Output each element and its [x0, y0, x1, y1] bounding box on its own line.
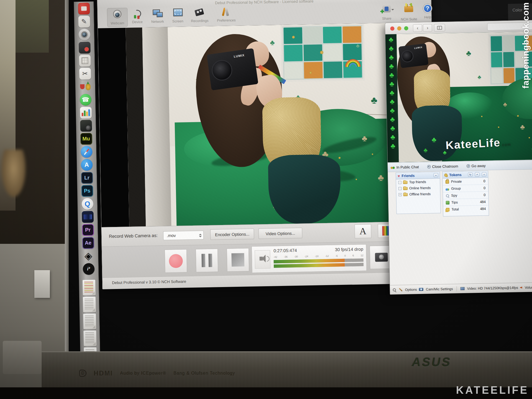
webcam-app-icon[interactable] [78, 29, 90, 41]
help-button[interactable]: ? Help [421, 2, 434, 21]
hdmi-logo: HDMI [94, 369, 113, 377]
tab-webcam[interactable]: Webcam [107, 8, 128, 27]
monitor-stand-area [0, 387, 532, 399]
document-icon[interactable] [83, 296, 96, 312]
gold-confetti [529, 137, 530, 139]
khaki-shamrock-icon [362, 134, 367, 142]
tab-screen[interactable]: Screen [169, 7, 186, 26]
transport-bar: 0:27:05:474 30 fps/14 drop -42-36-30-24-… [102, 241, 437, 278]
lightroom-icon[interactable]: Lr [81, 172, 93, 184]
stop-button[interactable] [227, 248, 249, 272]
mute-button[interactable] [255, 250, 270, 269]
whatsapp-icon[interactable]: ☎ [80, 94, 91, 106]
i3-app-icon[interactable]: i³ [83, 263, 94, 275]
after-effects-icon[interactable]: Ae [82, 237, 94, 249]
group-icon [446, 187, 449, 190]
folder-icon [403, 193, 408, 196]
encoder-options-button[interactable]: Encoder Options... [210, 229, 254, 240]
pause-button[interactable] [196, 249, 218, 272]
quicktime-icon[interactable]: Q [81, 198, 93, 210]
red-camera-app-icon[interactable] [78, 3, 90, 15]
close-chatroom-button[interactable]: Close Chatroom [427, 164, 458, 169]
video-editor-icon[interactable] [80, 120, 92, 132]
search-icon[interactable]: ⌕ [475, 172, 479, 177]
tree-toggle-icon[interactable]: + [398, 193, 401, 196]
tiki-app-icon[interactable] [79, 81, 91, 93]
back-button[interactable]: ‹ [413, 24, 422, 32]
app-store-icon[interactable]: A [81, 159, 93, 171]
calculator-icon[interactable] [79, 55, 91, 67]
format-select[interactable]: .mov [163, 231, 204, 240]
unity-icon[interactable]: ◈ [82, 250, 94, 262]
token-value: 0 [484, 193, 485, 197]
gold-confetti [498, 127, 499, 128]
list-icon[interactable]: ≡ [482, 172, 486, 176]
friends-item-online[interactable]: - Online friends [396, 185, 440, 192]
tab-preferences[interactable]: Preferences [213, 6, 240, 25]
phone-glyph: ☎ [82, 96, 89, 103]
cam-mic-settings-button[interactable]: Cam/Mic Settings [426, 287, 453, 291]
chart-app-icon[interactable] [80, 107, 92, 119]
sidebar-toggle-button[interactable] [434, 24, 445, 32]
screenshot-app-icon[interactable]: ✂ [79, 68, 91, 80]
khaki-shamrock-icon [503, 101, 507, 108]
nch-suite-label: NCH Suite [398, 17, 420, 22]
people-icon [391, 165, 395, 169]
preferences-tools-icon [221, 7, 232, 18]
stepper-arrows-icon[interactable] [199, 232, 202, 239]
video-options-button[interactable]: Video Options... [259, 228, 303, 239]
appstore-glyph: A [85, 161, 89, 168]
media-app-icon[interactable] [82, 211, 94, 223]
forward-button[interactable]: › [423, 24, 432, 32]
friends-item-offline[interactable]: + Offline friends [396, 191, 440, 198]
close-window-icon[interactable] [390, 26, 394, 30]
premiere-glyph: Pr [85, 227, 91, 233]
tab-device[interactable]: Device [129, 7, 146, 27]
tokens-panel-header[interactable]: Tokens ↻ ⌕ ≡ [443, 171, 488, 178]
friends-item-top[interactable]: - Top friends [396, 179, 440, 186]
tree-toggle-icon[interactable]: - [398, 181, 401, 184]
screen-recorder-icon[interactable] [79, 42, 91, 54]
tab-network-label: Network [147, 19, 168, 24]
tab-device-label: Device [129, 20, 146, 24]
options-button[interactable]: Options [405, 288, 417, 292]
screen-capture-icon [172, 8, 183, 19]
magnifier-icon[interactable] [393, 288, 396, 291]
shamrock-icon [466, 49, 471, 57]
document-icon[interactable] [83, 330, 96, 346]
gold-confetti [355, 179, 357, 180]
record-timestamp: 0:27:05:474 [273, 248, 297, 254]
public-chat-button[interactable]: In Public Chat [390, 165, 419, 169]
collapse-icon[interactable]: « [434, 173, 438, 177]
webcam-icon [112, 10, 123, 21]
volume-label[interactable]: Volume [525, 285, 532, 290]
friends-panel-header[interactable]: ♥ Friends « [396, 172, 440, 180]
pause-icon [201, 254, 212, 267]
tab-network[interactable]: Network [147, 7, 168, 26]
safari-icon[interactable] [81, 146, 93, 158]
lightroom-glyph: Lr [84, 175, 89, 181]
premiere-icon[interactable]: Pr [82, 224, 94, 236]
share-button[interactable]: Share [377, 3, 397, 22]
gold-confetti [372, 154, 373, 155]
text-overlay-button[interactable]: A [354, 224, 371, 238]
photoshop-icon[interactable]: Ps [81, 185, 93, 197]
feed-camera: LUMIX [398, 43, 429, 68]
adobe-muse-icon[interactable]: Mu [80, 133, 92, 145]
nch-suite-button[interactable]: NCH Suite [397, 2, 420, 22]
clover-chain: ♣♣♣♣♣♣♣♣♣♣♣♣♣ [385, 34, 399, 162]
minimize-window-icon[interactable] [397, 26, 401, 30]
record-button[interactable] [165, 249, 187, 273]
meter-ticks: -42-36-30-24-18-12-60612 [273, 254, 363, 259]
document-icon[interactable] [82, 280, 95, 295]
network-icon [152, 8, 163, 19]
textedit-icon[interactable]: ✎ [78, 16, 90, 28]
go-away-button[interactable]: II Go away [466, 163, 486, 168]
refresh-icon[interactable]: ↻ [468, 172, 472, 177]
zoom-window-icon[interactable] [404, 26, 408, 30]
tree-toggle-icon[interactable]: - [398, 187, 401, 190]
tab-recordings[interactable]: Recordings [187, 6, 212, 26]
gold-confetti [339, 157, 341, 159]
document-icon[interactable] [83, 313, 96, 329]
desk-object [3, 341, 42, 374]
